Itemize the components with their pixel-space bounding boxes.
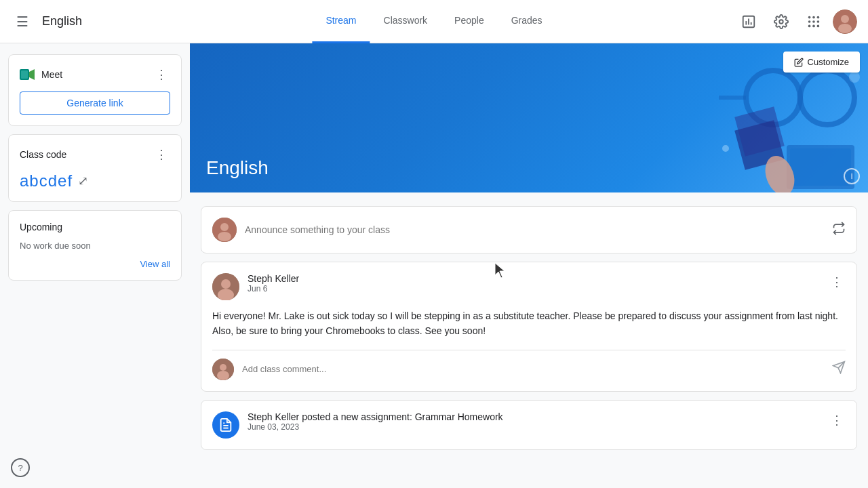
help-button[interactable]: ? [11, 458, 30, 477]
current-user-avatar-small [212, 218, 237, 242]
svg-point-9 [812, 20, 815, 23]
svg-point-13 [817, 24, 820, 27]
svg-rect-27 [790, 148, 851, 186]
comment-user-avatar [212, 359, 234, 380]
nav-right [735, 8, 857, 35]
tab-people[interactable]: People [441, 0, 498, 43]
class-banner: Customize English i [190, 43, 868, 192]
svg-point-29 [722, 145, 729, 152]
nav-class-title: English [42, 14, 82, 28]
assignment-more-icon[interactable]: ⋮ [828, 411, 846, 429]
svg-point-21 [800, 70, 854, 125]
announce-input[interactable] [245, 224, 824, 235]
assignment-details: Steph Keller posted a new assignment: Gr… [248, 411, 503, 432]
post-comment-bar [212, 350, 846, 380]
feed-container: Steph Keller Jun 6 ⋮ Hi everyone! Mr. La… [190, 206, 868, 450]
main-content: Meet ⋮ Generate link Class code ⋮ abcdef… [0, 43, 868, 488]
post-author-info: Steph Keller Jun 6 [212, 273, 299, 300]
meet-card-header: Meet ⋮ [20, 66, 170, 83]
post-author-details: Steph Keller Jun 6 [248, 273, 299, 293]
top-nav: ☰ English Stream Classwork People Grades [0, 0, 868, 43]
assignment-date: June 03, 2023 [248, 422, 503, 432]
class-code-card: Class code ⋮ abcdef ⤢ [8, 134, 182, 202]
svg-point-35 [221, 279, 231, 289]
svg-point-38 [220, 364, 226, 371]
post-body: Hi everyone! Mr. Lake is out sick today … [212, 308, 846, 339]
class-code-header: Class code ⋮ [20, 146, 170, 163]
expand-code-icon[interactable]: ⤢ [78, 174, 89, 188]
sidebar: Meet ⋮ Generate link Class code ⋮ abcdef… [0, 43, 190, 488]
assignment-card: Steph Keller posted a new assignment: Gr… [201, 400, 857, 450]
tab-grades[interactable]: Grades [498, 0, 556, 43]
class-code-title: Class code [20, 149, 66, 160]
meet-card: Meet ⋮ Generate link [8, 54, 182, 126]
upcoming-empty-text: No work due soon [20, 241, 170, 251]
nav-tabs: Stream Classwork People Grades [312, 0, 555, 43]
comment-input[interactable] [242, 364, 824, 374]
post-date: Jun 6 [248, 284, 299, 293]
post-author-avatar [212, 273, 239, 300]
post-author-name: Steph Keller [248, 273, 299, 284]
meet-more-icon[interactable]: ⋮ [153, 66, 170, 83]
svg-point-16 [838, 24, 852, 33]
meet-icon [20, 66, 36, 83]
tab-classwork[interactable]: Classwork [370, 0, 441, 43]
svg-point-11 [808, 24, 811, 27]
stream-area: Customize English i [190, 43, 868, 488]
banner-info-icon[interactable]: i [844, 168, 860, 184]
svg-point-15 [841, 15, 849, 23]
assignment-icon [212, 411, 239, 439]
user-avatar [833, 9, 857, 34]
chart-icon-btn[interactable] [735, 8, 762, 35]
svg-point-5 [808, 16, 811, 18]
upcoming-header: Upcoming [20, 222, 170, 232]
svg-point-33 [218, 232, 231, 241]
repost-icon[interactable] [832, 222, 846, 239]
svg-marker-19 [29, 69, 35, 80]
class-code-more-icon[interactable]: ⋮ [153, 146, 170, 163]
upcoming-title: Upcoming [20, 222, 62, 232]
svg-point-10 [817, 20, 820, 23]
post-header: Steph Keller Jun 6 ⋮ [212, 273, 846, 300]
announce-bar [201, 206, 857, 253]
pencil-icon [794, 58, 804, 67]
svg-point-7 [817, 16, 820, 18]
tab-stream[interactable]: Stream [312, 0, 370, 43]
send-icon[interactable] [832, 361, 846, 378]
assignment-author-info: Steph Keller posted a new assignment: Gr… [212, 411, 503, 439]
assignment-title: Steph Keller posted a new assignment: Gr… [248, 411, 503, 422]
settings-icon-btn[interactable] [768, 8, 795, 35]
view-all-link[interactable]: View all [20, 259, 170, 269]
assignment-header: Steph Keller posted a new assignment: Gr… [212, 411, 846, 439]
apps-icon-btn[interactable] [800, 8, 827, 35]
post-card: Steph Keller Jun 6 ⋮ Hi everyone! Mr. La… [201, 262, 857, 392]
class-code-value: abcdef ⤢ [20, 171, 170, 190]
svg-point-30 [849, 72, 860, 83]
svg-point-12 [812, 24, 815, 27]
upcoming-card: Upcoming No work due soon View all [8, 210, 182, 281]
customize-button[interactable]: Customize [783, 52, 860, 73]
nav-left: ☰ English [11, 8, 146, 35]
svg-point-32 [220, 223, 229, 231]
svg-rect-18 [21, 70, 28, 79]
meet-card-title: Meet [20, 66, 62, 83]
svg-point-6 [812, 16, 815, 18]
svg-point-4 [779, 20, 783, 24]
hamburger-icon[interactable]: ☰ [11, 8, 34, 35]
svg-point-39 [217, 371, 229, 380]
user-avatar-btn[interactable] [833, 9, 857, 34]
generate-link-button[interactable]: Generate link [20, 92, 170, 115]
banner-class-title: English [206, 157, 269, 179]
post-more-icon[interactable]: ⋮ [828, 273, 846, 291]
svg-point-8 [808, 20, 811, 23]
